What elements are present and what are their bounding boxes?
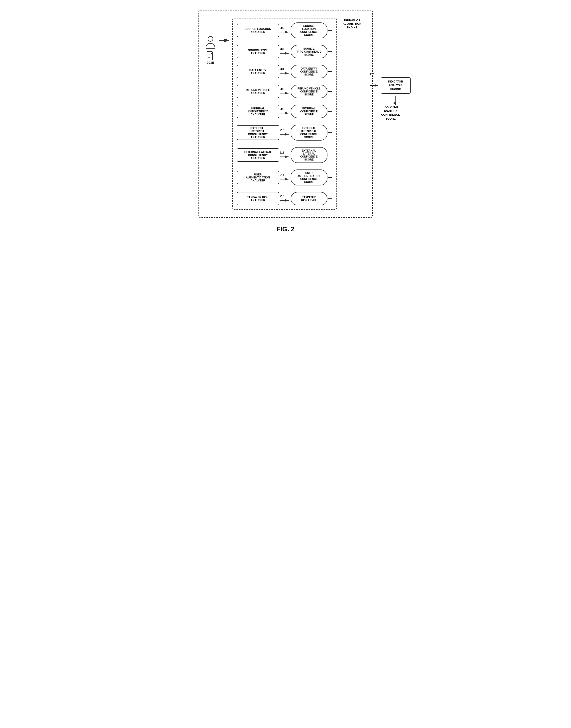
ref-col-0: 200	[279, 26, 291, 35]
analyzer-row-8: TAXPAYER RISK ANALYZER216TAXPAYER RISK L…	[237, 192, 332, 205]
connector-row-4	[237, 100, 332, 103]
score-box-6: EXTERNAL LATERAL CONFIDENCE SCORE	[291, 147, 328, 163]
document-icon	[207, 51, 214, 60]
row-arrow-1	[279, 51, 290, 56]
right-arrow-1	[328, 49, 332, 54]
person-column: 2015	[205, 33, 216, 65]
outer-dashed-box: 2015 SOURCE LOCATION ANALYZER200SOURCE L…	[199, 10, 373, 218]
ref-number-4: 208	[280, 107, 284, 110]
person-area: 2015	[205, 18, 232, 210]
inner-section: SOURCE LOCATION ANALYZER200SOURCE LOCATI…	[232, 18, 337, 210]
ref-number-6: 212	[280, 151, 284, 154]
ref-col-5: 210	[279, 128, 291, 137]
ref-number-1: 202	[280, 48, 284, 51]
ref-number-3: 206	[280, 87, 284, 90]
ref-number-8: 216	[280, 195, 284, 198]
right-side: INDICATOR ACQUISITION ENGINE 218	[338, 18, 411, 210]
row-arrow-2	[279, 71, 290, 76]
vertical-collection-line	[352, 32, 352, 181]
right-arrow-6	[328, 153, 332, 158]
score-box-8: TAXPAYER RISK LEVEL	[291, 192, 328, 205]
connector-row-7	[237, 165, 332, 168]
score-box-2: DATA ENTRY CONFIDENCE SCORE	[291, 65, 328, 78]
row-arrow-3	[279, 91, 290, 96]
analyzer-row-0: SOURCE LOCATION ANALYZER200SOURCE LOCATI…	[237, 22, 332, 38]
indicator-acquisition-label: INDICATOR ACQUISITION ENGINE	[338, 18, 366, 30]
ref-col-1: 202	[279, 48, 291, 56]
analyzer-box-2: DATA ENTRY ANALYZER	[237, 65, 279, 78]
row-arrow-7	[279, 177, 290, 182]
analyzer-row-4: INTERNAL CONSISTENCY ANALYZER208INTERNAL…	[237, 105, 332, 118]
score-box-7: USER AUTHENTICATION CONFIDENCE SCORE	[291, 170, 328, 185]
person-icon	[205, 35, 216, 60]
engine-ref: 218	[370, 73, 375, 76]
analyzer-box-1: SOURCE TYPE ANALYZER	[237, 45, 279, 58]
analyzer-row-2: DATA ENTRY ANALYZER204DATA ENTRY CONFIDE…	[237, 65, 332, 78]
ref-number-7: 214	[280, 173, 284, 176]
engine-input-arrow	[370, 83, 380, 88]
row-arrow-0	[279, 30, 290, 35]
ref-number-5: 210	[280, 128, 284, 131]
right-arrow-2	[328, 69, 332, 74]
analyzer-row-5: EXTERNAL HISTORICAL CONSISTENCY ANALYZER…	[237, 124, 332, 141]
ref-col-2: 204	[279, 68, 291, 76]
ref-col-3: 206	[279, 87, 291, 96]
analyzer-row-7: USER AUTHENTICATION ANALYZER214USER AUTH…	[237, 170, 332, 185]
ref-number-0: 200	[280, 26, 284, 29]
row-arrow-5	[279, 132, 290, 137]
inner-dashed-box: SOURCE LOCATION ANALYZER200SOURCE LOCATI…	[232, 18, 337, 210]
page-container: 2015 SOURCE LOCATION ANALYZER200SOURCE L…	[189, 10, 383, 233]
ref-col-7: 214	[279, 173, 291, 182]
connector-row-3	[237, 80, 332, 83]
vert-connector-line-7	[258, 165, 258, 168]
analyzer-box-4: INTERNAL CONSISTENCY ANALYZER	[237, 105, 279, 118]
connector-row-5	[237, 120, 332, 123]
vert-connector-line-2	[258, 60, 258, 63]
row-arrow-8	[279, 198, 290, 203]
person-svg	[205, 35, 216, 50]
right-arrow-3	[328, 89, 332, 94]
connector-row-6	[237, 143, 332, 145]
main-arrow	[218, 33, 231, 43]
analyzer-box-5: EXTERNAL HISTORICAL CONSISTENCY ANALYZER	[237, 125, 279, 140]
svg-point-0	[208, 36, 213, 41]
doc-label: 2015	[207, 61, 214, 65]
ref-col-6: 212	[279, 151, 291, 159]
connector-row-1	[237, 40, 332, 43]
score-box-0: SOURCE LOCATION CONFIDENCE SCORE	[291, 22, 328, 38]
engine-down-arrow	[381, 96, 411, 105]
score-box-3: REFUND VEHICLE CONFIDENCE SCORE	[291, 85, 328, 98]
ref-number-2: 204	[280, 68, 284, 71]
right-arrow-4	[328, 109, 332, 114]
analyzer-row-3: REFUND VEHICLE ANALYZER206REFUND VEHICLE…	[237, 85, 332, 98]
row-arrow-6	[279, 154, 290, 159]
analyzer-box-0: SOURCE LOCATION ANALYZER	[237, 24, 279, 37]
engine-area: 218 INDICATOR ANALYSIS ENGINE	[366, 18, 411, 121]
engine-ref-number: 218	[370, 73, 374, 76]
down-arrow-svg	[393, 96, 399, 105]
analyzer-box-8: TAXPAYER RISK ANALYZER	[237, 192, 279, 205]
vert-connector-line-3	[258, 80, 258, 83]
indicator-analysis-engine-box: INDICATOR ANALYSIS ENGINE	[381, 77, 411, 94]
vert-connector-line-8	[258, 187, 258, 190]
right-arrow-5	[328, 130, 332, 135]
output-label: TAXPAYER IDENTIFY CONFIDENCE SCORE	[371, 105, 411, 121]
engine-arrow-row: INDICATOR ANALYSIS ENGINE	[370, 77, 411, 94]
connector-row-8	[237, 187, 332, 190]
ref-col-4: 208	[279, 107, 291, 116]
score-box-5: EXTERNAL HISTORICAL CONFIDENCE SCORE	[291, 124, 328, 141]
analyzer-box-7: USER AUTHENTICATION ANALYZER	[237, 171, 279, 184]
right-arrow-0	[328, 28, 332, 33]
vert-connector-line-1	[258, 40, 258, 43]
score-box-4: INTERNAL CONFIDENCE SCORE	[291, 105, 328, 118]
connector-row-2	[237, 60, 332, 63]
figure-label: FIG. 2	[276, 225, 294, 233]
analyzer-row-6: EXTERNAL LATERAL CONSISTENCY ANALYZER212…	[237, 147, 332, 163]
row-arrow-4	[279, 111, 290, 116]
vert-connector-line-5	[258, 120, 258, 123]
collect-line-area: INDICATOR ACQUISITION ENGINE	[338, 18, 366, 181]
right-arrow-8	[328, 196, 332, 201]
right-arrow-7	[328, 175, 332, 180]
main-arrow-svg	[218, 37, 231, 43]
analyzer-box-3: REFUND VEHICLE ANALYZER	[237, 85, 279, 98]
